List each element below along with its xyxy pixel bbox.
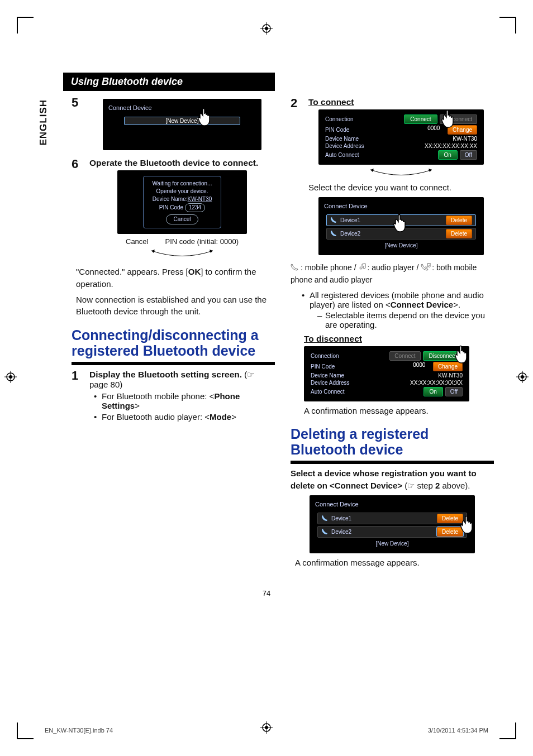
- new-device-row[interactable]: [New Device]: [124, 117, 240, 125]
- device-row[interactable]: Device1 Delete: [317, 513, 467, 524]
- row-label: Device Name: [325, 136, 359, 142]
- pin-code-value: 1234: [185, 203, 205, 212]
- device-name-value: KW-NT30: [188, 196, 212, 202]
- row-label: Auto Connect: [325, 152, 359, 158]
- phone-icon: [330, 230, 337, 237]
- page-ref: (☞: [244, 370, 254, 379]
- delete-instruction: Select a device whose registration you w…: [291, 467, 489, 492]
- device-list-screen: Connect Device Device1 Delete Device2 De…: [318, 197, 484, 255]
- confirm-text: A confirmation message appears.: [295, 557, 489, 569]
- step-number: 5: [72, 97, 83, 154]
- new-device-label: [New Device]: [128, 118, 236, 124]
- pointing-hand-icon: [391, 213, 411, 233]
- annotation-cancel: Cancel: [126, 237, 148, 246]
- both-icon: [421, 262, 432, 274]
- phone-icon: [330, 217, 337, 223]
- list-item: For Bluetooth mobile phone: <Phone Setti…: [94, 391, 275, 410]
- screen-header: Connect Device: [314, 500, 470, 511]
- pointing-hand-icon: [439, 108, 459, 128]
- autoconnect-on-button[interactable]: On: [438, 150, 458, 160]
- device-name: Device2: [331, 529, 434, 535]
- connect-button: Connect: [389, 351, 420, 361]
- select-device-text: Select the device you want to connect.: [308, 181, 489, 194]
- connection-settings-screen: ConnectionConnectDisconnect PIN Code0000…: [318, 109, 484, 165]
- registration-mark-icon: [4, 371, 17, 385]
- crop-mark: [499, 17, 516, 34]
- step-title: Operate the Bluetooth device to connect.: [89, 158, 275, 168]
- step-number: 2: [291, 97, 302, 259]
- registration-mark-icon: [516, 371, 529, 385]
- device-address-value: XX:XX:XX:XX:XX:XX: [425, 143, 477, 149]
- swipe-arc-icon: [368, 168, 435, 178]
- device-name: Device1: [331, 515, 434, 521]
- footer: EN_KW-NT30[E].indb 74 3/10/2011 4:51:34 …: [45, 727, 488, 734]
- device-name-value: KW-NT30: [453, 136, 477, 142]
- delete-device-screen: Connect Device Device1 Delete Device2 De…: [310, 495, 475, 553]
- footer-right: 3/10/2011 4:51:34 PM: [428, 727, 488, 734]
- list-item: For Bluetooth audio player: <Mode>: [94, 412, 275, 422]
- delete-button[interactable]: Delete: [446, 216, 472, 225]
- audio-icon: [359, 262, 368, 274]
- phone-icon: [321, 515, 328, 521]
- annotation-pin: PIN code (initial: 0000): [165, 237, 239, 246]
- new-device-label[interactable]: [New Device]: [326, 241, 476, 250]
- left-column: Using Bluetooth device 5 Connect Device …: [72, 73, 275, 572]
- delete-button[interactable]: Delete: [446, 229, 472, 238]
- step-number: 6: [72, 158, 83, 262]
- row-label: PIN Code: [325, 127, 349, 133]
- cancel-button[interactable]: Cancel: [166, 214, 198, 224]
- to-connect-title: To connect: [308, 97, 494, 107]
- page-ref: page 80): [89, 380, 122, 389]
- waiting-line: PIN Code: [159, 204, 183, 210]
- heading-connecting: Connecting/disconnecting a registered Bl…: [72, 328, 275, 358]
- new-device-label[interactable]: [New Device]: [317, 539, 467, 548]
- step-number: 1: [72, 370, 83, 424]
- footer-left: EN_KW-NT30[E].indb 74: [45, 727, 113, 734]
- page-number: 74: [34, 589, 499, 597]
- waiting-line: Waiting for connection...: [146, 180, 218, 188]
- section-title: Using Bluetooth device: [63, 73, 275, 91]
- pin-value: 0000: [413, 362, 425, 371]
- row-label: Connection: [311, 353, 339, 359]
- pointing-hand-icon: [453, 344, 473, 364]
- crop-mark: [17, 17, 34, 34]
- list-item: Selectable items depend on the device yo…: [317, 310, 494, 329]
- row-label: Device Address: [325, 143, 364, 149]
- heading-rule: [291, 461, 494, 464]
- waiting-line: Device Name:: [153, 196, 188, 202]
- to-disconnect-title: To disconnect: [304, 334, 494, 344]
- heading-rule: [72, 362, 275, 365]
- body-text: Now connection is established and you ca…: [76, 294, 270, 318]
- step-title: Display the Bluetooth setting screen.: [89, 370, 242, 379]
- language-tab: ENGLISH: [38, 99, 49, 146]
- pointing-hand-icon: [196, 107, 216, 127]
- phone-icon: [321, 528, 328, 535]
- autoconnect-off-button[interactable]: Off: [445, 387, 463, 396]
- autoconnect-off-button[interactable]: Off: [460, 150, 477, 160]
- heading-deleting: Deleting a registered Bluetooth device: [291, 427, 494, 457]
- pointing-hand-icon: [458, 514, 478, 534]
- screen-header: Connect Device: [323, 202, 479, 213]
- list-item: All registered devices (mobile phone and…: [302, 290, 494, 329]
- row-label: Connection: [325, 116, 354, 122]
- page: ENGLISH Using Bluetooth device 5 Connect…: [0, 0, 533, 756]
- swipe-arc-icon: [149, 249, 216, 259]
- phone-icon: [291, 262, 301, 274]
- device-address-value: XX:XX:XX:XX:XX:XX: [410, 380, 463, 386]
- icon-legend: : mobile phone / : audio player / : both…: [291, 262, 494, 286]
- row-label: Auto Connect: [311, 389, 345, 395]
- registration-mark-icon: [260, 22, 273, 35]
- connect-button[interactable]: Connect: [404, 114, 437, 124]
- pin-value: 0000: [427, 125, 440, 135]
- crop-mark: [17, 722, 34, 739]
- body-text: "Connected." appears. Press [OK] to conf…: [76, 266, 270, 290]
- waiting-screen: Waiting for connection... Operate your d…: [117, 170, 247, 234]
- screen-header: Connect Device: [107, 103, 257, 114]
- confirm-text: A confirmation message appears.: [304, 405, 489, 417]
- device-row[interactable]: Device2 Delete: [317, 526, 467, 538]
- autoconnect-on-button[interactable]: On: [423, 387, 443, 396]
- disconnect-settings-screen: ConnectionConnectDisconnect PIN Code0000…: [304, 346, 469, 401]
- row-label: Device Address: [311, 380, 349, 386]
- connect-device-screen: Connect Device [New Device]: [103, 99, 261, 150]
- row-label: Device Name: [311, 372, 344, 379]
